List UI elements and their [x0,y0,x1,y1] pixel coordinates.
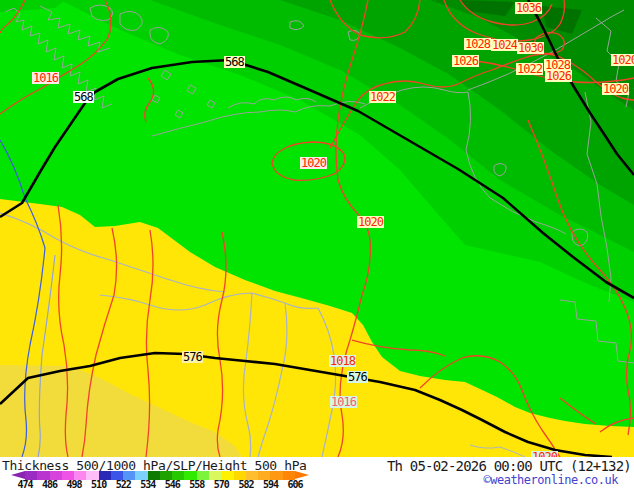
map-canvas [0,0,634,457]
colorbar-tick: 570 [214,479,229,490]
valid-time-label: Th 05-02-2026 00:00 UTC (12+132) [387,459,631,473]
colorbar-tick: 498 [67,479,82,490]
weather-map-page: 1016568568102210361028102410301026102210… [0,0,634,490]
colorbar-right-arrow [295,471,309,479]
footer-bar: Thickness 500/1000 hPa/SLP/Height 500 hP… [0,457,634,490]
colorbar-tick: 510 [91,479,106,490]
colorbar-tick: 582 [238,479,253,490]
colorbar-tick: 558 [189,479,204,490]
colorbar-tick: 522 [116,479,131,490]
colorbar-tick: 534 [140,479,155,490]
colorbar-tick: 606 [287,479,302,490]
colorbar-tick: 546 [165,479,180,490]
weather-map: 1016568568102210361028102410301026102210… [0,0,634,457]
colorbar-left-arrow [11,471,25,479]
colorbar-tick: 486 [42,479,57,490]
colorbar-tick-labels: 474486498510522534546558570582594606 [0,479,634,490]
colorbar-tick: 474 [17,479,32,490]
colorbar-tick: 594 [263,479,278,490]
